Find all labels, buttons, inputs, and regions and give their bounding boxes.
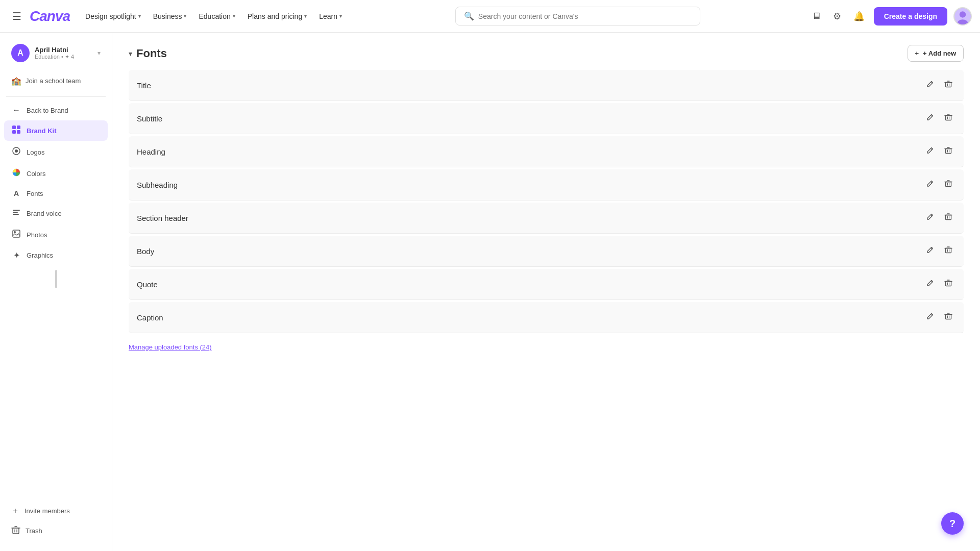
main-content: ▾ Fonts + + Add new Title <box>112 33 980 551</box>
main-layout: A April Hatni Education • ✦ 4 ▾ 🏫 Join a… <box>0 0 980 551</box>
edit-font-subheading[interactable] <box>923 177 937 193</box>
section-title-row: ▾ Fonts <box>129 47 167 60</box>
sidebar-item-graphics[interactable]: ✦ Graphics <box>4 246 108 265</box>
delete-font-heading[interactable] <box>941 143 955 160</box>
join-school-button[interactable]: 🏫 Join a school team <box>4 71 108 90</box>
font-row-label-subheading: Subheading <box>137 181 923 189</box>
sidebar-user[interactable]: A April Hatni Education • ✦ 4 ▾ <box>4 39 108 67</box>
trash-icon <box>11 525 20 536</box>
school-icon: 🏫 <box>11 76 21 86</box>
help-bubble[interactable]: ? <box>941 512 964 535</box>
delete-font-title[interactable] <box>941 77 955 93</box>
chevron-down-icon: ▾ <box>304 13 307 19</box>
svg-rect-3 <box>12 126 16 129</box>
edit-font-caption[interactable] <box>923 309 937 325</box>
add-new-button[interactable]: + + Add new <box>908 45 964 62</box>
brand-kit-icon <box>11 125 21 136</box>
svg-rect-10 <box>13 210 20 211</box>
font-row-section-header: Section header <box>129 203 964 234</box>
font-row-quote: Quote <box>129 269 964 300</box>
settings-icon[interactable]: ⚙ <box>830 8 844 25</box>
edit-font-section-header[interactable] <box>923 210 937 226</box>
font-row-subheading: Subheading <box>129 169 964 201</box>
delete-font-caption[interactable] <box>941 309 955 325</box>
nav-item-education[interactable]: Education ▾ <box>193 9 240 23</box>
edit-font-title[interactable] <box>923 77 937 93</box>
canva-logo[interactable]: Canva <box>30 8 70 24</box>
font-row-label-caption: Caption <box>137 313 923 322</box>
sidebar-item-fonts[interactable]: A Fonts <box>4 185 108 202</box>
section-collapse-icon[interactable]: ▾ <box>129 49 132 58</box>
nav-item-design-spotlight[interactable]: Design spotlight ▾ <box>80 9 146 23</box>
topnav: ☰ Canva Design spotlight ▾ Business ▾ Ed… <box>0 0 980 33</box>
delete-font-quote[interactable] <box>941 276 955 292</box>
create-design-button[interactable]: Create a design <box>874 7 947 26</box>
edit-font-quote[interactable] <box>923 276 937 292</box>
delete-font-subtitle[interactable] <box>941 110 955 127</box>
topnav-left: ☰ Canva Design spotlight ▾ Business ▾ Ed… <box>8 6 347 27</box>
font-row-actions-subheading <box>923 177 955 193</box>
font-rows-container: Title <box>129 70 964 333</box>
sidebar-user-avatar: A <box>11 44 30 62</box>
font-row-body: Body <box>129 236 964 267</box>
svg-rect-24 <box>946 149 951 154</box>
chevron-down-icon: ▾ <box>339 13 342 19</box>
logos-icon <box>11 146 21 158</box>
edit-font-body[interactable] <box>923 243 937 259</box>
nav-item-business[interactable]: Business ▾ <box>148 9 192 23</box>
svg-rect-11 <box>13 212 18 213</box>
colors-icon <box>11 168 21 179</box>
font-row-actions-title <box>923 77 955 93</box>
search-input[interactable] <box>478 12 692 20</box>
sidebar-user-name: April Hatni <box>35 46 92 54</box>
chevron-down-icon: ▾ <box>233 13 235 19</box>
topnav-center: 🔍 <box>347 7 808 26</box>
svg-rect-15 <box>13 528 19 534</box>
edit-font-subtitle[interactable] <box>923 110 937 127</box>
plus-icon: + <box>915 49 919 57</box>
svg-rect-33 <box>946 248 951 253</box>
delete-font-section-header[interactable] <box>941 210 955 226</box>
font-row-actions-section-header <box>923 210 955 226</box>
sidebar-item-photos[interactable]: Photos <box>4 224 108 245</box>
desktop-icon[interactable]: 🖥 <box>808 8 824 24</box>
svg-rect-30 <box>946 215 951 220</box>
back-to-brand-link[interactable]: ← Back to Brand <box>4 101 108 119</box>
sidebar-item-logos[interactable]: Logos <box>4 142 108 162</box>
svg-rect-4 <box>17 126 20 129</box>
photos-icon <box>11 229 21 240</box>
font-row-actions-body <box>923 243 955 259</box>
sidebar-item-colors[interactable]: Colors <box>4 163 108 184</box>
chevron-down-icon: ▾ <box>138 13 141 19</box>
manage-fonts-link[interactable]: Manage uploaded fonts (24) <box>129 343 212 351</box>
nav-item-learn[interactable]: Learn ▾ <box>314 9 347 23</box>
svg-rect-13 <box>13 230 20 237</box>
svg-rect-6 <box>17 130 20 134</box>
sidebar-item-brand-voice[interactable]: Brand voice <box>4 203 108 223</box>
notifications-icon[interactable]: 🔔 <box>850 8 868 25</box>
font-row-actions-quote <box>923 276 955 292</box>
trash-button[interactable]: Trash <box>4 521 108 541</box>
svg-rect-36 <box>946 282 951 286</box>
edit-font-heading[interactable] <box>923 143 937 160</box>
sidebar-user-info: April Hatni Education • ✦ 4 <box>35 46 92 60</box>
chevron-down-icon: ▾ <box>97 49 101 57</box>
avatar[interactable] <box>953 7 972 26</box>
svg-point-14 <box>14 231 16 233</box>
brand-voice-icon <box>11 208 21 219</box>
back-arrow-icon: ← <box>11 106 21 115</box>
nav-item-plans-pricing[interactable]: Plans and pricing ▾ <box>242 9 312 23</box>
fonts-section-title: Fonts <box>136 47 167 60</box>
delete-font-body[interactable] <box>941 243 955 259</box>
font-row-title: Title <box>129 70 964 101</box>
plus-icon: ＋ <box>11 506 19 516</box>
scroll-indicator <box>4 266 108 292</box>
chevron-down-icon: ▾ <box>184 13 186 19</box>
hamburger-menu-icon[interactable]: ☰ <box>8 6 26 27</box>
font-row-label-section-header: Section header <box>137 214 923 222</box>
search-bar[interactable]: 🔍 <box>455 7 700 26</box>
sidebar-item-brand-kit[interactable]: Brand Kit <box>4 120 108 141</box>
invite-members-button[interactable]: ＋ Invite members <box>4 501 108 521</box>
delete-font-subheading[interactable] <box>941 177 955 193</box>
fonts-section-header: ▾ Fonts + + Add new <box>129 45 964 62</box>
